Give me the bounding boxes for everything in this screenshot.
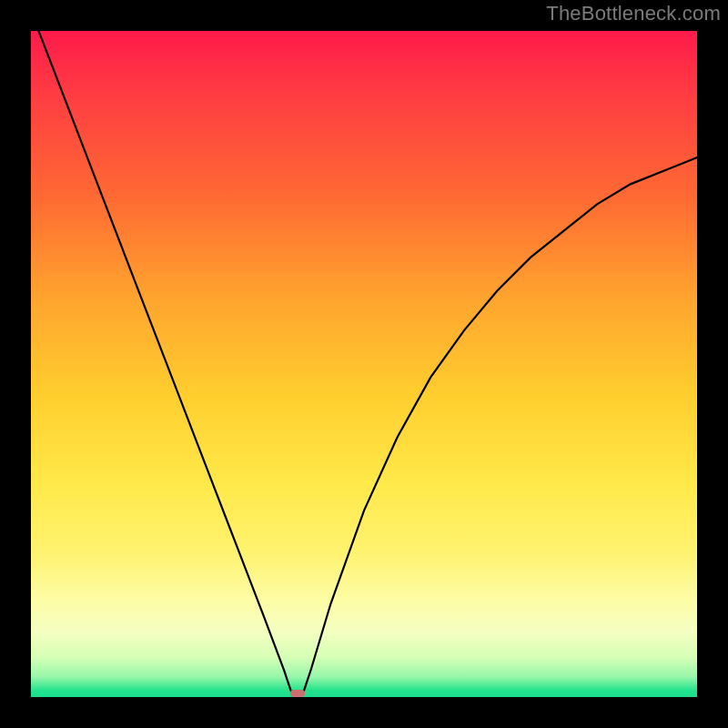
minimum-marker bbox=[290, 690, 305, 697]
chart-frame: TheBottleneck.com bbox=[0, 0, 728, 728]
plot-area bbox=[31, 31, 697, 697]
watermark-text: TheBottleneck.com bbox=[546, 2, 721, 25]
bottleneck-curve bbox=[31, 31, 697, 697]
